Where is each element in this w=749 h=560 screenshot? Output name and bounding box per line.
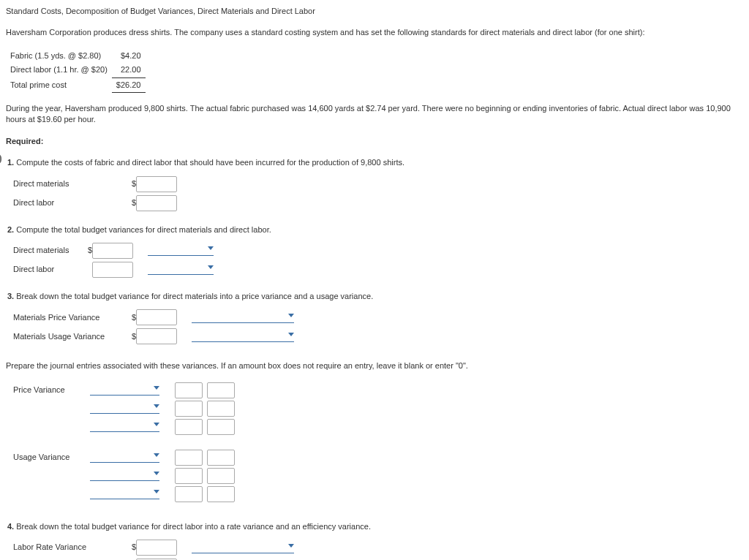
- je-uv-account-2[interactable]: [90, 470, 159, 481]
- q3-mpv-input[interactable]: [136, 309, 177, 325]
- chevron-down-icon: [154, 404, 159, 408]
- q1-dm-label: Direct materials: [13, 178, 130, 189]
- je-uv-account-3[interactable]: [90, 488, 159, 499]
- q1-dm-input[interactable]: [136, 176, 177, 192]
- q3-text: 3. Break down the total budget variance …: [7, 291, 743, 302]
- q2-dm-label: Direct materials: [13, 245, 86, 256]
- chevron-down-icon: [288, 314, 294, 317]
- q3-mpv-label: Materials Price Variance: [13, 312, 130, 323]
- q4-lrv-label: Labor Rate Variance: [13, 542, 130, 553]
- je-pv-account-2[interactable]: [90, 403, 159, 414]
- q2-dl-dropdown[interactable]: [148, 264, 214, 275]
- page-title: Standard Costs, Decomposition of Budget …: [6, 6, 743, 17]
- je-pv-account-3[interactable]: [90, 421, 159, 432]
- q2-dm-input[interactable]: [92, 243, 133, 259]
- q1-dl-input[interactable]: [136, 195, 177, 211]
- required-label: Required:: [6, 136, 743, 147]
- chevron-down-icon: [154, 453, 159, 457]
- q2-dm-dropdown[interactable]: [148, 245, 214, 256]
- je-uv-debit-3[interactable]: [175, 486, 203, 502]
- q2-dl-label: Direct labor: [13, 264, 86, 275]
- narrative-text: During the year, Haversham produced 9,80…: [6, 103, 743, 126]
- chevron-down-icon: [154, 490, 159, 493]
- q2-dl-input[interactable]: [92, 262, 133, 278]
- je-uv-credit-1[interactable]: [207, 450, 235, 466]
- je-uv-account-1[interactable]: [90, 452, 159, 463]
- chevron-down-icon: [208, 246, 214, 250]
- je-pv-debit-2[interactable]: [175, 401, 203, 417]
- fabric-label: Fabric (1.5 yds. @ $2.80): [6, 49, 112, 63]
- q3-muv-label: Materials Usage Variance: [13, 331, 130, 342]
- je-uv-credit-2[interactable]: [207, 468, 235, 484]
- labor-amt: 22.00: [112, 63, 146, 77]
- q4-text: 4. Break down the total budget variance …: [7, 521, 743, 532]
- je-intro-1: Prepare the journal entries associated w…: [6, 360, 743, 371]
- je-uv-label: Usage Variance: [13, 452, 90, 463]
- fabric-amt: $4.20: [112, 49, 146, 63]
- q1-text: 1. Compute the costs of fabric and direc…: [7, 157, 743, 168]
- q3-muv-input[interactable]: [136, 328, 177, 344]
- je-uv-credit-3[interactable]: [207, 486, 235, 502]
- je-pv-debit-1[interactable]: [175, 382, 203, 398]
- je-pv-account-1[interactable]: [90, 385, 159, 396]
- q4-lrv-input[interactable]: [136, 540, 177, 556]
- je-uv-debit-1[interactable]: [175, 450, 203, 466]
- chevron-down-icon: [288, 333, 294, 336]
- q2-text: 2. Compute the total budget variances fo…: [7, 224, 743, 235]
- chevron-down-icon: [288, 544, 294, 548]
- je-pv-debit-3[interactable]: [175, 419, 203, 435]
- chevron-down-icon: [208, 265, 214, 269]
- q3-muv-dropdown[interactable]: [192, 331, 294, 342]
- cost-table: Fabric (1.5 yds. @ $2.80) $4.20 Direct l…: [6, 49, 146, 93]
- total-label: Total prime cost: [6, 77, 112, 92]
- chevron-down-icon: [154, 472, 159, 475]
- q1-dl-label: Direct labor: [13, 197, 130, 208]
- laborcost-label: Direct labor (1.1 hr. @ $20): [6, 63, 112, 77]
- q3-mpv-dropdown[interactable]: [192, 312, 294, 323]
- chevron-down-icon: [154, 386, 159, 390]
- je-pv-credit-2[interactable]: [207, 401, 235, 417]
- total-amt: $26.20: [112, 77, 146, 92]
- je-pv-credit-3[interactable]: [207, 419, 235, 435]
- je-uv-debit-2[interactable]: [175, 468, 203, 484]
- je-pv-credit-1[interactable]: [207, 382, 235, 398]
- chevron-down-icon: [154, 423, 159, 426]
- q4-lrv-dropdown[interactable]: [192, 542, 294, 553]
- intro-text: Haversham Corporation produces dress shi…: [6, 27, 743, 38]
- je-pv-label: Price Variance: [13, 385, 90, 396]
